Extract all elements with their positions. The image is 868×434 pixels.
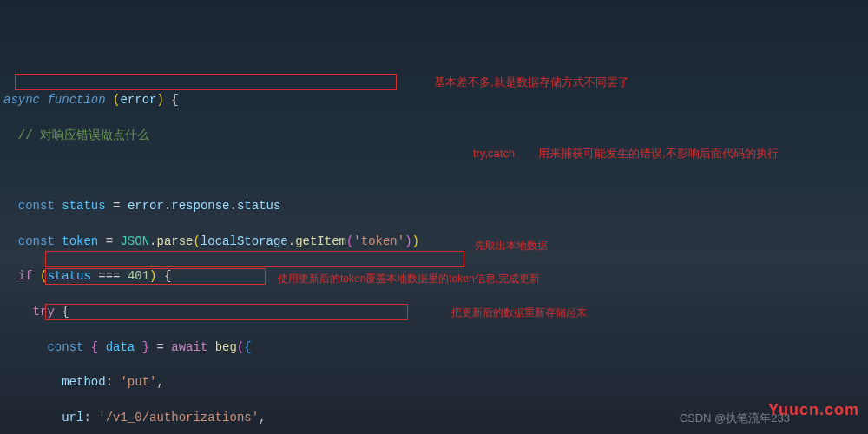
code-line: method: 'put',	[3, 373, 868, 391]
comment: // 对响应错误做点什么	[18, 128, 149, 142]
annotation-text-2-right: 用来捕获可能发生的错误,不影响后面代码的执行	[538, 146, 779, 162]
code-line: async function (error) {	[3, 91, 868, 108]
code-line: const status = error.response.status	[3, 197, 868, 214]
watermark-site: Yuucn.com	[768, 398, 859, 421]
code-line	[3, 162, 868, 180]
code-line: try {	[3, 303, 868, 320]
keyword-async: async	[3, 93, 40, 107]
code-line: const token = JSON.parse(localStorage.ge…	[3, 233, 868, 250]
annotation-text-4: 使用更新后的token覆盖本地数据里的token信息,完成更新	[278, 272, 540, 286]
annotation-text-3: 先取出本地数据	[475, 239, 548, 253]
code-line: const { data } = await beg({	[3, 339, 868, 356]
code-editor: async function (error) { // 对响应错误做点什么 co…	[0, 70, 868, 434]
annotation-text-2-left: try,catch	[473, 146, 515, 162]
annotation-text-5: 把更新后的数据重新存储起来	[451, 306, 587, 320]
annotation-text-1: 基本差不多,就是数据存储方式不同罢了	[434, 75, 629, 91]
code-line: // 对响应错误做点什么	[3, 127, 868, 144]
keyword-function: function	[47, 93, 105, 107]
